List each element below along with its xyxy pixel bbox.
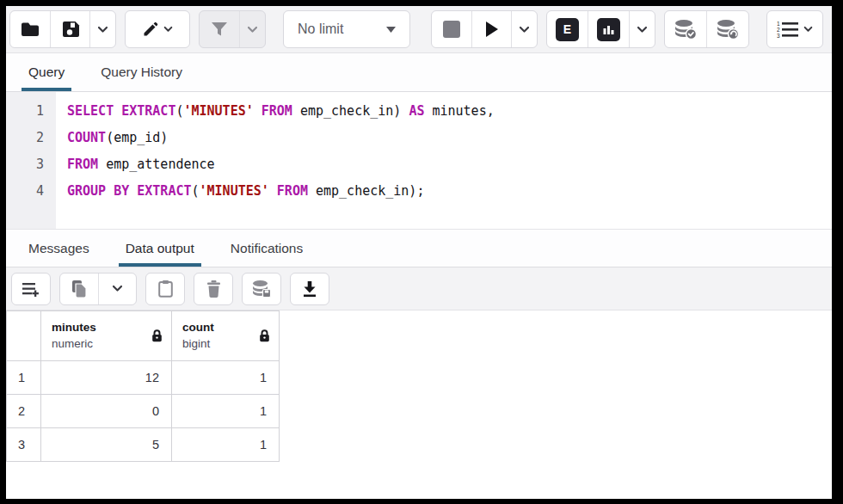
results-grid: minutes numeric count bigint xyxy=(6,310,280,462)
stop-icon xyxy=(443,21,460,38)
explain-button[interactable]: E xyxy=(547,11,588,47)
query-toolbar: No limit E xyxy=(6,6,832,53)
chevron-down-icon xyxy=(637,26,648,34)
svg-text:3: 3 xyxy=(777,33,780,38)
macros-button[interactable]: 1 2 3 xyxy=(767,11,822,47)
copy-icon xyxy=(71,280,88,298)
rollback-button[interactable] xyxy=(706,11,748,47)
code-line[interactable]: FROM emp_attendence xyxy=(67,151,832,178)
lock-icon xyxy=(259,329,270,342)
open-file-button[interactable] xyxy=(10,11,50,47)
code-line[interactable]: GROUP BY EXTRACT('MINUTES' FROM emp_chec… xyxy=(67,178,832,205)
row-number-cell[interactable]: 3 xyxy=(7,428,41,462)
save-button[interactable] xyxy=(50,11,89,47)
chevron-down-icon xyxy=(163,26,173,33)
explain-analyze-button[interactable] xyxy=(588,11,629,47)
tab-messages[interactable]: Messages xyxy=(22,230,96,267)
trash-icon xyxy=(206,280,221,298)
tab-query[interactable]: Query xyxy=(22,53,71,91)
data-output-toolbar xyxy=(6,267,832,310)
download-group xyxy=(290,273,329,305)
download-button[interactable] xyxy=(291,274,329,304)
database-commit-icon xyxy=(674,19,698,40)
minutes-cell[interactable]: 0 xyxy=(41,395,172,428)
tab-data-output[interactable]: Data output xyxy=(119,230,201,267)
explain-icon: E xyxy=(556,18,579,41)
paste-group xyxy=(145,273,185,305)
chevron-down-icon xyxy=(247,26,258,34)
add-row-icon xyxy=(22,281,40,297)
result-tabstrip: Messages Data output Notifications xyxy=(6,229,832,267)
chevron-down-icon xyxy=(97,26,108,34)
paste-button[interactable] xyxy=(146,274,184,304)
grid-body: 1 12 1 2 0 1 3 5 1 xyxy=(7,361,280,462)
svg-text:1: 1 xyxy=(777,21,780,27)
copy-button[interactable] xyxy=(60,274,98,304)
line-number: 2 xyxy=(6,125,56,151)
tab-notifications[interactable]: Notifications xyxy=(224,230,310,267)
line-number: 4 xyxy=(6,178,56,205)
chevron-down-icon xyxy=(803,26,813,33)
filter-button-group xyxy=(199,10,266,48)
clipboard-icon xyxy=(158,280,173,298)
transaction-button-group xyxy=(664,10,749,48)
execute-button-group xyxy=(431,10,538,48)
column-header-minutes[interactable]: minutes numeric xyxy=(41,311,172,361)
commit-button[interactable] xyxy=(665,11,706,47)
lock-icon xyxy=(151,329,163,342)
column-type: numeric xyxy=(52,336,96,352)
explain-options-button[interactable] xyxy=(629,11,655,47)
count-cell[interactable]: 1 xyxy=(172,395,280,428)
pencil-icon xyxy=(142,21,159,38)
row-limit-value: No limit xyxy=(298,22,343,37)
macros-button-group: 1 2 3 xyxy=(766,10,823,48)
row-number-cell[interactable]: 2 xyxy=(7,395,41,428)
save-options-button[interactable] xyxy=(89,11,115,47)
play-icon xyxy=(484,21,499,38)
explain-button-group: E xyxy=(546,10,655,48)
grid-corner-cell[interactable] xyxy=(7,311,41,361)
bar-chart-icon xyxy=(597,18,620,41)
code-line[interactable]: SELECT EXTRACT('MINUTES' FROM emp_check_… xyxy=(67,98,832,125)
save-data-group xyxy=(242,273,281,305)
trash-icon-button[interactable] xyxy=(194,274,232,304)
tab-query-history[interactable]: Query History xyxy=(94,53,189,91)
editor-code[interactable]: SELECT EXTRACT('MINUTES' FROM emp_check_… xyxy=(56,92,832,229)
line-number: 3 xyxy=(6,151,56,178)
row-limit-select[interactable]: No limit xyxy=(283,10,410,48)
add-row-button[interactable] xyxy=(12,274,50,304)
column-name: minutes xyxy=(52,320,96,335)
row-number-cell[interactable]: 1 xyxy=(7,361,41,395)
stop-button[interactable] xyxy=(432,11,471,47)
filter-icon xyxy=(211,22,228,37)
caret-down-icon xyxy=(386,27,396,33)
delete-group xyxy=(194,273,233,305)
add-row-group xyxy=(11,273,51,305)
count-cell[interactable]: 1 xyxy=(172,428,280,462)
filter-options-button[interactable] xyxy=(239,11,265,47)
database-save-icon xyxy=(251,280,272,298)
copy-options-button[interactable] xyxy=(98,274,136,304)
download-icon xyxy=(302,280,317,298)
execute-options-button[interactable] xyxy=(511,11,537,47)
edit-button[interactable] xyxy=(126,11,189,47)
sql-editor[interactable]: 1234 SELECT EXTRACT('MINUTES' FROM emp_c… xyxy=(6,92,832,229)
data-output-panel: minutes numeric count bigint xyxy=(6,310,832,499)
save-data-changes-button[interactable] xyxy=(243,274,280,304)
pgadmin-query-tool: No limit E xyxy=(6,6,832,499)
table-row: 3 5 1 xyxy=(7,428,280,462)
count-cell[interactable]: 1 xyxy=(172,361,280,395)
column-header-count[interactable]: count bigint xyxy=(172,311,280,361)
minutes-cell[interactable]: 12 xyxy=(41,361,172,395)
code-line[interactable]: COUNT(emp_id) xyxy=(67,125,832,151)
copy-group xyxy=(59,273,137,305)
screenshot-frame: No limit E xyxy=(0,0,843,504)
file-button-group xyxy=(9,10,116,48)
line-number: 1 xyxy=(6,98,56,125)
minutes-cell[interactable]: 5 xyxy=(41,428,172,462)
folder-icon xyxy=(20,21,40,38)
column-name: count xyxy=(182,320,214,335)
filter-button[interactable] xyxy=(200,11,239,47)
column-type: bigint xyxy=(182,336,214,352)
execute-button[interactable] xyxy=(471,11,511,47)
